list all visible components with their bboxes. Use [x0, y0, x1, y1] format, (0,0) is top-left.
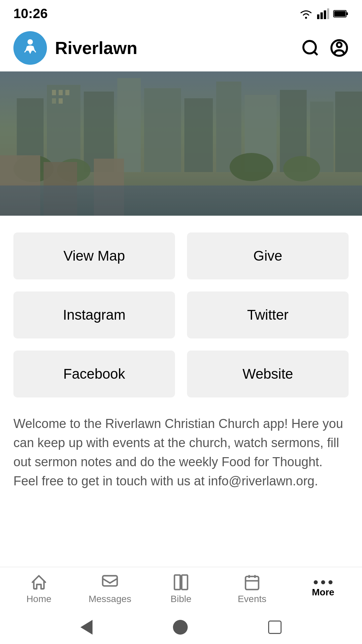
profile-button[interactable] [330, 39, 349, 57]
system-nav-bar [0, 610, 362, 644]
svg-rect-7 [334, 11, 346, 16]
bible-icon [172, 574, 190, 591]
app-title: Riverlawn [55, 38, 301, 58]
svg-rect-4 [327, 8, 329, 19]
recents-button[interactable] [268, 621, 282, 634]
signal-icon [317, 8, 329, 19]
battery-icon [333, 9, 349, 18]
nav-more-label: More [312, 587, 335, 598]
nav-bible-label: Bible [171, 594, 191, 604]
bottom-nav: Home Messages Bible Events More [0, 567, 362, 610]
twitter-button[interactable]: Twitter [187, 291, 349, 338]
recents-icon [268, 621, 282, 634]
svg-rect-41 [182, 575, 187, 589]
website-button[interactable]: Website [187, 351, 349, 397]
hero-banner [0, 71, 362, 216]
svg-point-0 [305, 17, 307, 19]
header-actions [301, 39, 349, 57]
events-icon [243, 574, 261, 591]
app-header: Riverlawn [0, 24, 362, 71]
facebook-button[interactable]: Facebook [13, 351, 175, 397]
search-button[interactable] [301, 39, 320, 57]
svg-rect-38 [0, 71, 362, 216]
nav-events-label: Events [238, 594, 266, 604]
search-icon [301, 39, 320, 57]
nav-bible[interactable]: Bible [145, 574, 217, 604]
nav-messages-label: Messages [88, 594, 131, 604]
give-button[interactable]: Give [187, 232, 349, 279]
logo-icon [20, 38, 40, 58]
svg-rect-40 [175, 575, 180, 589]
status-time: 10:26 [13, 6, 48, 21]
back-button[interactable] [80, 620, 93, 635]
app-logo [13, 31, 47, 65]
svg-rect-39 [103, 576, 117, 586]
profile-icon [330, 39, 349, 57]
svg-point-8 [27, 39, 33, 45]
nav-home[interactable]: Home [3, 574, 74, 604]
nav-home-label: Home [26, 594, 52, 604]
city-skyline [0, 71, 362, 216]
welcome-text: Welcome to the Riverlawn Christian Churc… [0, 404, 362, 497]
back-icon [80, 620, 93, 635]
home-icon [30, 574, 48, 591]
nav-messages[interactable]: Messages [74, 574, 145, 604]
home-nav-icon [173, 620, 188, 635]
svg-rect-6 [346, 12, 348, 15]
more-dots-icon [314, 580, 333, 584]
svg-rect-3 [324, 10, 326, 19]
action-buttons-grid: View Map Give Instagram Twitter Facebook… [0, 216, 362, 404]
instagram-button[interactable]: Instagram [13, 291, 175, 338]
svg-rect-43 [246, 576, 259, 589]
svg-point-12 [337, 43, 342, 47]
svg-line-10 [314, 52, 317, 55]
svg-rect-2 [320, 12, 323, 19]
nav-events[interactable]: Events [217, 574, 288, 604]
home-button[interactable] [173, 620, 188, 635]
wifi-icon [299, 8, 313, 19]
nav-more[interactable]: More [288, 580, 359, 598]
status-icons [299, 8, 349, 19]
svg-point-9 [303, 41, 316, 53]
status-bar: 10:26 [0, 0, 362, 24]
messages-icon [101, 574, 119, 591]
svg-rect-1 [317, 14, 319, 19]
view-map-button[interactable]: View Map [13, 232, 175, 279]
